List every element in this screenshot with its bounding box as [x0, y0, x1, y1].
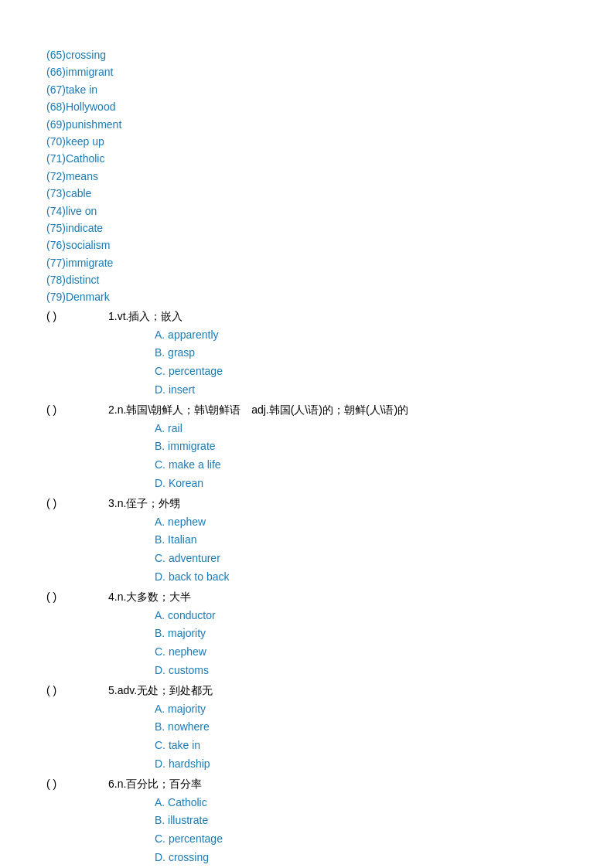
option-item: A. rail: [155, 420, 568, 438]
question-number: ( ): [46, 682, 108, 700]
option-item: B. grasp: [155, 344, 568, 363]
vocab-item: (74)live on: [46, 203, 568, 220]
option-item: D. insert: [155, 381, 568, 400]
vocab-list: (65)crossing(66)immigrant(67)take in(68)…: [46, 46, 568, 306]
question-block: ( )3.n.侄子；外甥A. nephewB. ItalianC. advent…: [46, 495, 568, 587]
option-item: A. majority: [155, 700, 568, 719]
question-number: ( ): [46, 495, 108, 513]
option-item: B. majority: [155, 625, 568, 643]
option-item: C. take in: [155, 737, 568, 755]
option-item: D. back to back: [155, 568, 568, 587]
option-item: D. hardship: [155, 755, 568, 774]
option-item: C. percentage: [155, 363, 568, 381]
option-item: C. nephew: [155, 643, 568, 662]
question-text: 5.adv.无处；到处都无: [108, 682, 213, 700]
question-line: ( )6.n.百分比；百分率: [46, 775, 568, 794]
vocab-item: (77)immigrate: [46, 254, 568, 271]
option-block: A. nephewB. ItalianC. adventurerD. back …: [155, 513, 568, 587]
option-block: A. CatholicB. illustrateC. percentageD. …: [155, 794, 568, 867]
vocab-item: (66)immigrant: [46, 63, 568, 80]
question-block: ( )2.n.韩国\朝鲜人；韩\朝鲜语 adj.韩国(人\语)的；朝鲜(人\语)…: [46, 401, 568, 493]
question-number: ( ): [46, 775, 108, 794]
question-line: ( )4.n.大多数；大半: [46, 588, 568, 607]
vocab-item: (69)punishment: [46, 116, 568, 133]
option-item: A. conductor: [155, 607, 568, 625]
question-text: 4.n.大多数；大半: [108, 588, 191, 607]
option-item: D. crossing: [155, 849, 568, 867]
option-block: A. apparentlyB. graspC. percentageD. ins…: [155, 326, 568, 400]
option-item: B. immigrate: [155, 437, 568, 456]
question-line: ( )3.n.侄子；外甥: [46, 495, 568, 513]
option-block: A. conductorB. majorityC. nephewD. custo…: [155, 607, 568, 680]
option-block: A. railB. immigrateC. make a lifeD. Kore…: [155, 420, 568, 493]
option-item: C. adventurer: [155, 550, 568, 568]
vocab-item: (79)Denmark: [46, 288, 568, 305]
question-text: 2.n.韩国\朝鲜人；韩\朝鲜语 adj.韩国(人\语)的；朝鲜(人\语)的: [108, 401, 408, 420]
vocab-item: (65)crossing: [46, 46, 568, 63]
question-block: ( )6.n.百分比；百分率A. CatholicB. illustrateC.…: [46, 775, 568, 867]
option-item: A. Catholic: [155, 794, 568, 812]
vocab-item: (71)Catholic: [46, 150, 568, 167]
question-line: ( )2.n.韩国\朝鲜人；韩\朝鲜语 adj.韩国(人\语)的；朝鲜(人\语)…: [46, 401, 568, 420]
option-item: A. apparently: [155, 326, 568, 345]
vocab-item: (78)distinct: [46, 271, 568, 288]
question-text: 3.n.侄子；外甥: [108, 495, 180, 513]
vocab-item: (73)cable: [46, 185, 568, 202]
question-number: ( ): [46, 308, 108, 326]
vocab-item: (75)indicate: [46, 220, 568, 237]
question-block: ( )5.adv.无处；到处都无A. majorityB. nowhereC. …: [46, 682, 568, 774]
question-number: ( ): [46, 401, 108, 420]
option-item: C. make a life: [155, 456, 568, 475]
question-line: ( )5.adv.无处；到处都无: [46, 682, 568, 700]
question-block: ( )1.vt.插入；嵌入A. apparentlyB. graspC. per…: [46, 308, 568, 400]
vocab-item: (72)means: [46, 168, 568, 185]
vocab-item: (67)take in: [46, 81, 568, 98]
question-line: ( )1.vt.插入；嵌入: [46, 308, 568, 326]
option-item: D. Korean: [155, 475, 568, 493]
option-item: C. percentage: [155, 830, 568, 849]
vocab-item: (76)socialism: [46, 237, 568, 254]
vocab-item: (70)keep up: [46, 133, 568, 150]
option-item: D. customs: [155, 662, 568, 680]
option-item: B. Italian: [155, 531, 568, 550]
vocab-item: (68)Hollywood: [46, 98, 568, 115]
option-item: B. illustrate: [155, 812, 568, 830]
option-item: B. nowhere: [155, 718, 568, 737]
question-text: 1.vt.插入；嵌入: [108, 308, 182, 326]
question-number: ( ): [46, 588, 108, 607]
option-block: A. majorityB. nowhereC. take inD. hardsh…: [155, 700, 568, 774]
questions-container: ( )1.vt.插入；嵌入A. apparentlyB. graspC. per…: [46, 308, 568, 868]
question-block: ( )4.n.大多数；大半A. conductorB. majorityC. n…: [46, 588, 568, 680]
option-item: A. nephew: [155, 513, 568, 532]
question-text: 6.n.百分比；百分率: [108, 775, 202, 794]
